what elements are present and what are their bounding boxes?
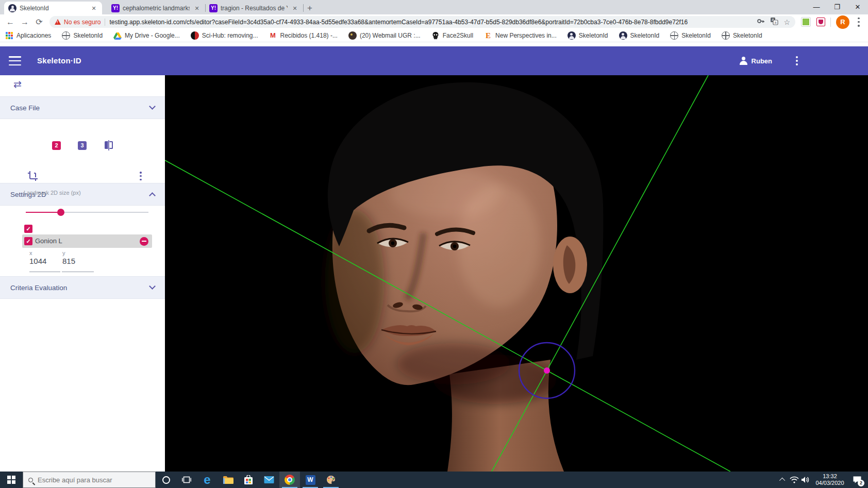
reload-icon[interactable]: ⟳: [32, 17, 46, 27]
bookmark-star-icon[interactable]: ☆: [783, 18, 790, 26]
translate-icon[interactable]: Aa: [770, 17, 778, 27]
new-tab-button[interactable]: +: [303, 2, 316, 14]
task-view-button[interactable]: [176, 472, 197, 488]
y-coord-label: y: [62, 250, 65, 256]
forward-icon[interactable]: →: [18, 18, 32, 27]
search-input[interactable]: [38, 476, 141, 484]
y-coord-input[interactable]: 815: [62, 257, 75, 265]
bookmark-aplicaciones[interactable]: Aplicaciones: [5, 31, 51, 40]
tab-skeletonid[interactable]: SkeletonId ✕: [4, 2, 102, 14]
x-coord-input[interactable]: 1044: [29, 257, 46, 265]
landmark-options-kebab-icon[interactable]: [140, 172, 142, 180]
app-header: Skeleton·ID Ruben: [0, 46, 868, 75]
notification-badge: 2: [858, 480, 864, 486]
key-icon[interactable]: [757, 17, 765, 27]
profile-avatar[interactable]: R: [836, 15, 849, 29]
criteria-evaluation-section-header[interactable]: Criteria Evaluation: [0, 276, 165, 299]
search-icon: [28, 478, 33, 482]
sci-hub-raven-icon: [191, 31, 199, 40]
tab-close-icon[interactable]: ✕: [90, 4, 98, 12]
view-2d-badge[interactable]: 2: [52, 141, 61, 150]
bookmark-face2skull[interactable]: Face2Skull: [431, 31, 473, 40]
cortana-button[interactable]: [156, 472, 176, 488]
word-button[interactable]: W: [300, 472, 321, 488]
security-warning-label[interactable]: No es seguro: [64, 19, 101, 26]
taskbar-search[interactable]: [23, 472, 156, 488]
face-model-canvas[interactable]: [165, 75, 868, 472]
back-icon[interactable]: ←: [3, 18, 18, 27]
windows-logo-icon: [7, 476, 15, 484]
bookmark-skeletonid[interactable]: SkeletonId: [670, 31, 711, 40]
task-view-icon: [182, 476, 191, 484]
start-button[interactable]: [0, 472, 23, 488]
extension-icon[interactable]: [816, 18, 825, 26]
bookmark-skeletonid[interactable]: SkeletonId: [722, 31, 762, 40]
slider-handle[interactable]: [57, 209, 64, 216]
taskbar-clock[interactable]: 13:32 04/03/2020: [811, 473, 848, 486]
swap-arrows-icon[interactable]: ⇄: [13, 78, 22, 90]
action-center-button[interactable]: 2: [848, 472, 866, 488]
bookmark-skeletonid[interactable]: SkeletonId: [567, 31, 608, 40]
landmark-group-checkbox[interactable]: ✓: [24, 225, 32, 233]
address-bar[interactable]: No es seguro testing.app.skeleton-id.com…: [49, 16, 795, 28]
system-tray: 13:32 04/03/2020 2: [777, 472, 868, 488]
security-warning-icon[interactable]: [55, 19, 61, 25]
skeletonid-favicon-icon: [8, 4, 16, 12]
compare-icon[interactable]: [104, 140, 114, 152]
bookmark-recibidos[interactable]: M Recibidos (1.418) -...: [269, 31, 338, 40]
taskbar: e W 13:32 04/03/2020: [0, 472, 868, 488]
globe-icon: [722, 31, 730, 40]
hamburger-menu-icon[interactable]: [9, 56, 21, 65]
tab-close-icon[interactable]: ✕: [193, 4, 201, 12]
bookmark-skeletonid[interactable]: SkeletonId: [62, 31, 103, 40]
page-content: Skeleton·ID Ruben ⇄ Case File 2 3 Settin…: [0, 42, 868, 472]
tab-title: cephalometric landmarks in obli: [123, 5, 190, 12]
chevron-up-icon[interactable]: [149, 192, 156, 199]
restore-button[interactable]: ❐: [827, 0, 847, 14]
minimize-button[interactable]: —: [806, 0, 827, 14]
view-3d-badge[interactable]: 3: [78, 141, 87, 150]
tab-tragion[interactable]: Y! tragion - Resultados de Yahoo Es ✕: [205, 2, 303, 14]
edge-button[interactable]: e: [197, 472, 218, 488]
landmark-checkbox[interactable]: ✓: [24, 237, 32, 245]
bookmark-sci-hub[interactable]: Sci-Hub: removing...: [191, 31, 258, 40]
browser-menu-kebab-icon[interactable]: [858, 18, 860, 27]
tab-close-icon[interactable]: ✕: [291, 4, 299, 12]
close-button[interactable]: ✕: [847, 0, 868, 14]
sidebar: ⇄ Case File 2 3 Settings 2D Landmark 2D …: [0, 75, 165, 472]
tab-cephalometric[interactable]: Y! cephalometric landmarks in obli ✕: [107, 2, 205, 14]
window-controls: — ❐ ✕: [806, 0, 868, 14]
chevron-down-icon[interactable]: [149, 103, 156, 110]
yahoo-favicon-icon: Y!: [209, 4, 218, 12]
paint-icon: [326, 475, 336, 485]
extension-icon[interactable]: [802, 18, 810, 26]
volume-icon[interactable]: [800, 472, 811, 488]
landmark-row[interactable]: ✓ Gonion L: [22, 234, 152, 248]
tray-expand-chevron-icon[interactable]: [777, 472, 789, 488]
remove-landmark-minus-icon[interactable]: [140, 237, 148, 246]
bookmark-my-drive[interactable]: My Drive - Google...: [113, 31, 180, 40]
chevron-down-icon[interactable]: [149, 283, 156, 290]
case-file-section-header[interactable]: Case File: [0, 96, 165, 119]
bookmark-skeletonid[interactable]: SkeletonId: [619, 31, 660, 40]
url-text[interactable]: testing.app.skeleton-id.com/cfs/editor?c…: [109, 19, 752, 26]
chrome-button[interactable]: [279, 472, 300, 488]
mail-button[interactable]: [259, 472, 279, 488]
bookmark-webmail-ugr[interactable]: (20) Webmail UGR :...: [348, 31, 421, 40]
tab-title: tragion - Resultados de Yahoo Es: [221, 5, 288, 12]
gmail-icon: M: [269, 31, 277, 40]
microsoft-store-button[interactable]: [238, 472, 259, 488]
user-name: Ruben: [752, 57, 772, 65]
clock-date: 04/03/2020: [811, 480, 848, 486]
app-menu-kebab-icon[interactable]: [796, 56, 798, 65]
app-title: Skeleton·ID: [37, 46, 81, 75]
bookmark-new-perspectives[interactable]: E New Perspectives in...: [484, 31, 557, 40]
file-explorer-button[interactable]: [218, 472, 238, 488]
model-viewport[interactable]: [165, 75, 868, 472]
landmark-size-slider[interactable]: [26, 208, 148, 216]
user-menu[interactable]: Ruben: [739, 46, 772, 75]
wifi-icon[interactable]: [789, 472, 800, 488]
word-icon: W: [306, 475, 315, 485]
paint-button[interactable]: [321, 472, 341, 488]
crop-icon[interactable]: [27, 171, 38, 183]
